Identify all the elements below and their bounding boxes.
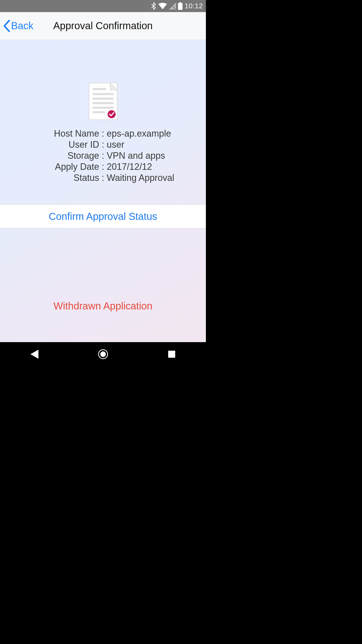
kvsep: : <box>102 150 104 161</box>
android-nav-bar <box>0 342 206 366</box>
wifi-icon <box>158 3 167 9</box>
page-title: Approval Confirmation <box>43 20 163 31</box>
chevron-left-icon <box>3 20 11 32</box>
kvlabel: Apply Date <box>0 162 99 172</box>
svg-rect-6 <box>93 93 114 95</box>
kvvalue: VPN and apps <box>107 150 206 161</box>
approval-info-block: Host Name : eps-ap.example User ID : use… <box>0 40 206 183</box>
kvsep: : <box>102 173 104 183</box>
document-check-icon <box>88 83 118 121</box>
svg-rect-14 <box>168 351 175 358</box>
svg-point-13 <box>100 351 106 357</box>
kvvalue: user <box>107 139 206 150</box>
kvvalue: eps-ap.example <box>107 128 206 139</box>
back-button[interactable]: Back <box>3 20 43 32</box>
nav-recent-button[interactable] <box>164 347 179 362</box>
kvsep: : <box>102 128 104 139</box>
confirm-approval-button[interactable]: Confirm Approval Status <box>0 204 206 228</box>
kvsep: : <box>102 162 104 172</box>
kvsep: : <box>102 139 104 150</box>
battery-icon <box>178 2 183 10</box>
sim-disabled-icon <box>169 3 176 10</box>
kvlabel: Host Name <box>0 128 99 139</box>
svg-rect-7 <box>93 98 114 100</box>
confirm-approval-label: Confirm Approval Status <box>49 211 157 222</box>
svg-rect-10 <box>93 111 105 113</box>
status-clock: 10:12 <box>185 2 203 10</box>
kvlabel: Storage <box>0 150 99 161</box>
kvlabel: Status <box>0 173 99 183</box>
title-bar: Back Approval Confirmation <box>0 12 206 40</box>
svg-rect-9 <box>93 107 114 109</box>
kvlabel: User ID <box>0 139 99 150</box>
key-value-grid: Host Name : eps-ap.example User ID : use… <box>0 128 206 183</box>
nav-back-button[interactable] <box>27 347 42 362</box>
svg-rect-8 <box>93 102 114 104</box>
withdraw-application-label: Withdrawn Application <box>54 300 153 312</box>
android-status-bar: 10:12 <box>0 0 206 12</box>
content-area: Host Name : eps-ap.example User ID : use… <box>0 40 206 342</box>
svg-rect-2 <box>178 3 183 10</box>
bluetooth-icon <box>151 2 156 10</box>
back-label: Back <box>11 20 33 31</box>
nav-home-button[interactable] <box>96 347 111 362</box>
withdraw-application-button[interactable]: Withdrawn Application <box>0 300 206 312</box>
svg-point-11 <box>108 110 116 118</box>
kvvalue: 2017/12/12 <box>107 162 206 172</box>
kvvalue: Waiting Approval <box>107 173 206 183</box>
svg-rect-1 <box>179 2 181 3</box>
svg-rect-5 <box>93 88 106 90</box>
